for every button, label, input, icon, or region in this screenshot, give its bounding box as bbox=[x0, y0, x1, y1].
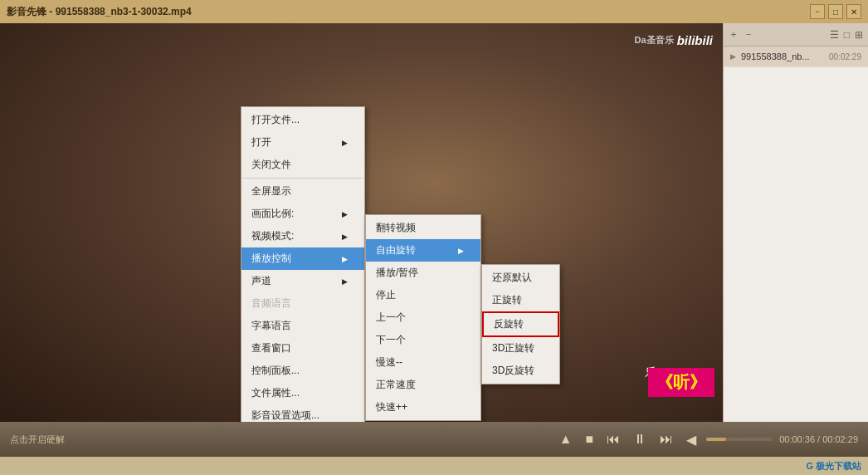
maximize-button[interactable]: □ bbox=[828, 4, 843, 19]
menu-settings[interactable]: 影音设置选项... bbox=[241, 404, 364, 422]
panel-minus-icon[interactable]: － bbox=[744, 27, 753, 42]
menu-fast[interactable]: 快速++ bbox=[366, 396, 480, 419]
open-hardware-text[interactable]: 点击开启硬解 bbox=[10, 433, 549, 446]
status-bar: G 极光下载站 bbox=[0, 457, 868, 475]
jiguang-logo[interactable]: G 极光下载站 bbox=[806, 460, 861, 473]
right-panel: ＋ － ☰ □ ⊞ ▶ 991558388_nb... 00:02:29 bbox=[723, 23, 868, 422]
menu-control-panel[interactable]: 控制面板... bbox=[241, 360, 364, 382]
titlebar-controls[interactable]: － □ ✕ bbox=[810, 4, 861, 19]
titlebar-title: 影音先锋 - 991558388_nb3-1-30032.mp4 bbox=[7, 5, 192, 19]
video-area[interactable]: Da圣音乐 bilibili 听你呼吸里的 乐 《听》 打开文件... 打开▶ … bbox=[0, 23, 723, 422]
prev-button[interactable]: ⏮ bbox=[603, 430, 623, 448]
menu-video-mode[interactable]: 视频模式:▶ bbox=[241, 225, 364, 247]
menu-channel[interactable]: 声道▶ bbox=[241, 270, 364, 292]
menu-restore-default[interactable]: 还原默认 bbox=[482, 267, 559, 289]
menu-flip-video[interactable]: 翻转视频 bbox=[366, 217, 480, 239]
playlist-item-title: 991558388_nb... bbox=[741, 51, 826, 61]
panel-add-icon[interactable]: ＋ bbox=[729, 27, 739, 42]
pink-banner: 《听》 bbox=[648, 368, 714, 397]
context-menu-rotate: 还原默认 正旋转 反旋转 3D正旋转 3D反旋转 bbox=[481, 264, 560, 384]
panel-header-icons: ＋ － bbox=[729, 27, 753, 42]
stop-button[interactable]: ■ bbox=[583, 430, 597, 448]
volume-bar-area[interactable] bbox=[706, 438, 773, 441]
time-display: 00:00:36 / 00:02:29 bbox=[779, 434, 858, 444]
panel-grid-icon[interactable]: ⊞ bbox=[855, 29, 863, 41]
play-pause-button[interactable]: ⏸ bbox=[630, 430, 650, 448]
bilibili-prefix: Da圣音乐 bbox=[635, 34, 674, 47]
playlist: ▶ 991558388_nb... 00:02:29 bbox=[724, 47, 868, 422]
titlebar: 影音先锋 - 991558388_nb3-1-30032.mp4 － □ ✕ bbox=[0, 0, 868, 23]
main-area: Da圣音乐 bilibili 听你呼吸里的 乐 《听》 打开文件... 打开▶ … bbox=[0, 23, 868, 422]
menu-stop[interactable]: 停止 bbox=[366, 284, 480, 306]
menu-playback-control[interactable]: 播放控制▶ bbox=[241, 247, 364, 270]
menu-3d-rotate-forward[interactable]: 3D正旋转 bbox=[482, 337, 559, 360]
bilibili-logo: bilibili bbox=[677, 33, 713, 47]
play-indicator-icon: ▶ bbox=[730, 52, 736, 61]
menu-3d-rotate-reverse[interactable]: 3D反旋转 bbox=[482, 360, 559, 382]
panel-window-icon[interactable]: □ bbox=[844, 29, 850, 41]
close-button[interactable]: ✕ bbox=[846, 4, 861, 19]
menu-prev[interactable]: 上一个 bbox=[366, 306, 480, 329]
playlist-item[interactable]: ▶ 991558388_nb... 00:02:29 bbox=[724, 47, 868, 67]
volume-fill bbox=[706, 438, 726, 441]
panel-view-icons: ☰ □ ⊞ bbox=[830, 29, 863, 41]
controls-bar: 点击开启硬解 ▲ ■ ⏮ ⏸ ⏭ ◀ 00:00:36 / 00:02:29 bbox=[0, 422, 868, 457]
panel-list-icon[interactable]: ☰ bbox=[830, 29, 839, 41]
next-button[interactable]: ⏭ bbox=[656, 430, 676, 448]
menu-open[interactable]: 打开▶ bbox=[241, 131, 364, 154]
right-panel-header: ＋ － ☰ □ ⊞ bbox=[724, 23, 868, 47]
bilibili-overlay: Da圣音乐 bilibili bbox=[635, 33, 713, 47]
menu-rotate-forward[interactable]: 正旋转 bbox=[482, 289, 559, 311]
menu-audio-lang: 音频语言 bbox=[241, 292, 364, 315]
context-menu-playback: 翻转视频 自由旋转▶ 播放/暂停 停止 上一个 下一个 慢速-- 正常速度 快速… bbox=[365, 214, 481, 421]
context-menu-main: 打开文件... 打开▶ 关闭文件 全屏显示 画面比例:▶ 视频模式:▶ 播放控制… bbox=[241, 106, 365, 422]
menu-rotate-reverse[interactable]: 反旋转 bbox=[482, 311, 559, 337]
menu-file-properties[interactable]: 文件属性... bbox=[241, 382, 364, 404]
menu-slow[interactable]: 慢速-- bbox=[366, 351, 480, 374]
menu-subtitle-lang[interactable]: 字幕语言 bbox=[241, 315, 364, 337]
pink-banner-text: 《听》 bbox=[656, 373, 706, 391]
menu-separator-1 bbox=[241, 178, 364, 179]
menu-next[interactable]: 下一个 bbox=[366, 329, 480, 351]
jiguang-logo-text: G 极光下载站 bbox=[806, 460, 861, 473]
menu-open-file[interactable]: 打开文件... bbox=[241, 109, 364, 131]
playlist-item-duration: 00:02:29 bbox=[829, 52, 861, 61]
menu-close-file[interactable]: 关闭文件 bbox=[241, 154, 364, 176]
video-background: Da圣音乐 bilibili 听你呼吸里的 乐 《听》 打开文件... 打开▶ … bbox=[0, 23, 723, 422]
volume-track[interactable] bbox=[706, 438, 773, 441]
menu-aspect-ratio[interactable]: 画面比例:▶ bbox=[241, 203, 364, 225]
menu-normal-speed[interactable]: 正常速度 bbox=[366, 374, 480, 396]
minimize-button[interactable]: － bbox=[810, 4, 825, 19]
volume-icon: ◀ bbox=[683, 430, 700, 449]
menu-play-pause[interactable]: 播放/暂停 bbox=[366, 262, 480, 284]
menu-free-rotate[interactable]: 自由旋转▶ bbox=[366, 239, 480, 262]
eject-button[interactable]: ▲ bbox=[556, 430, 576, 448]
menu-view-window[interactable]: 查看窗口 bbox=[241, 337, 364, 360]
menu-fullscreen[interactable]: 全屏显示 bbox=[241, 180, 364, 203]
